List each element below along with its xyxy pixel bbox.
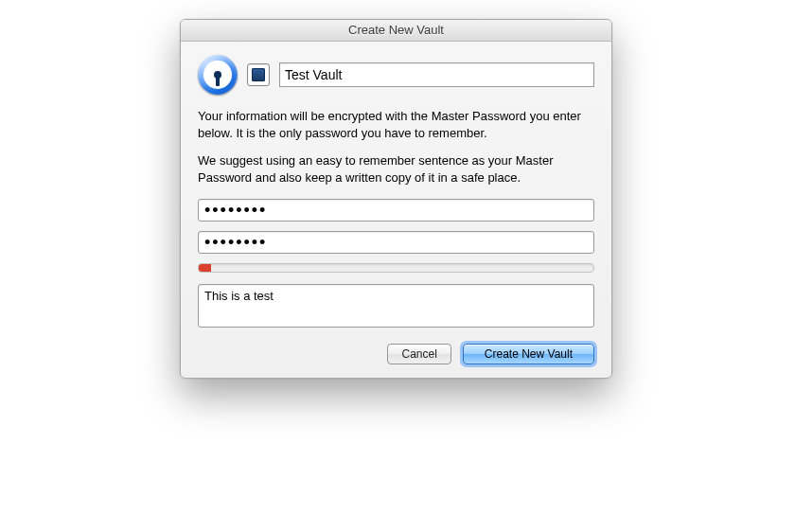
vault-color-swatch[interactable] <box>247 63 270 86</box>
window-title: Create New Vault <box>348 23 444 37</box>
info-paragraph-2: We suggest using an easy to remember sen… <box>198 152 586 186</box>
create-vault-button[interactable]: Create New Vault <box>463 344 594 364</box>
vault-name-input[interactable] <box>279 62 594 87</box>
password-hint-input[interactable] <box>198 284 594 328</box>
app-icon <box>198 55 238 95</box>
cancel-button[interactable]: Cancel <box>387 344 450 364</box>
password-strength-meter <box>198 263 594 273</box>
create-vault-dialog: Create New Vault Your information will b… <box>180 19 612 379</box>
info-paragraph-1: Your information will be encrypted with … <box>198 108 586 141</box>
color-chip-icon <box>252 68 265 81</box>
password-strength-fill <box>199 264 211 272</box>
master-password-input[interactable] <box>198 199 594 222</box>
titlebar: Create New Vault <box>181 20 611 42</box>
confirm-password-input[interactable] <box>198 231 594 254</box>
